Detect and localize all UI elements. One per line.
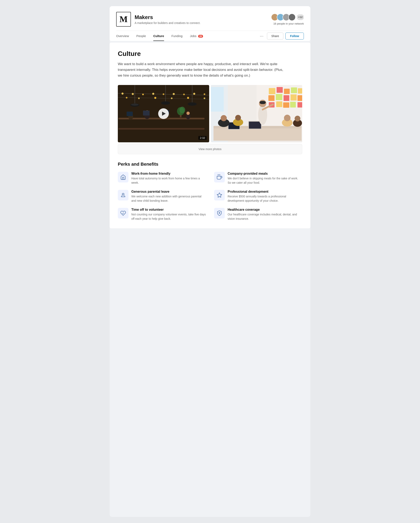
svg-rect-28 [127, 112, 133, 116]
perk-name-development: Professional development [228, 190, 302, 194]
perk-content-wfh: Work-from-home friendly Have total auton… [131, 172, 206, 185]
perk-name-volunteer: Time off to volunteer [131, 208, 206, 212]
svg-point-27 [186, 112, 190, 115]
avatars-row: +12 [271, 14, 304, 21]
perk-content-parental: Generous parental leave We welcome each … [131, 190, 206, 203]
tab-funding[interactable]: Funding [168, 31, 186, 41]
perk-desc-development: Receive $500 annually towards a professi… [228, 194, 302, 203]
svg-point-77 [295, 116, 300, 122]
perk-icon-parental [118, 190, 128, 200]
svg-rect-49 [298, 88, 302, 94]
perks-section: Perks and Benefits Work-from-home friend… [118, 162, 302, 221]
tab-people[interactable]: People [133, 31, 150, 41]
svg-point-4 [142, 94, 144, 95]
svg-point-82 [122, 194, 123, 194]
perk-name-wfh: Work-from-home friendly [131, 172, 206, 175]
page-container: M Makers A marketplace for builders and … [110, 6, 310, 517]
svg-point-35 [161, 101, 170, 105]
svg-point-73 [235, 115, 241, 121]
perk-name-meals: Company-provided meals [228, 172, 302, 175]
perk-desc-parental: We welcome each new addition with genero… [131, 194, 206, 203]
volunteer-icon [120, 210, 126, 216]
logo-letter: M [119, 15, 128, 24]
svg-point-33 [131, 104, 139, 106]
svg-point-75 [284, 115, 290, 121]
view-more-photos-button[interactable]: View more photos [118, 144, 302, 154]
svg-rect-57 [283, 102, 289, 108]
nav-bar: Overview People Culture Funding Jobs 28 … [116, 31, 304, 41]
svg-point-9 [193, 93, 195, 95]
svg-rect-59 [297, 102, 302, 107]
nav-tabs: Overview People Culture Funding Jobs 28 [116, 31, 258, 41]
svg-rect-53 [290, 94, 297, 100]
play-button[interactable] [158, 108, 169, 119]
perk-icon-development [214, 190, 225, 200]
video-duration: 2:32 [198, 136, 207, 140]
perk-icon-healthcare [214, 208, 225, 219]
brand-info: M Makers A marketplace for builders and … [116, 12, 200, 27]
perk-icon-meals [214, 172, 225, 182]
svg-point-2 [122, 93, 124, 95]
office-video[interactable]: 2:32 [118, 85, 209, 142]
culture-description: We want to build a work environment wher… [118, 61, 286, 78]
svg-rect-51 [276, 94, 282, 100]
svg-point-17 [204, 98, 205, 99]
perk-item-wfh: Work-from-home friendly Have total auton… [118, 172, 206, 185]
perk-name-parental: Generous parental leave [131, 190, 206, 194]
perk-icon-wfh [118, 172, 128, 182]
baby-icon [120, 192, 126, 198]
share-button[interactable]: Share [267, 33, 283, 40]
perk-desc-healthcare: Our healthcare coverage includes medical… [228, 212, 302, 221]
svg-point-14 [154, 97, 156, 99]
svg-rect-29 [143, 111, 149, 115]
perk-desc-wfh: Have total autonomy to work from home a … [131, 176, 206, 185]
nav-actions: ⋯ Share Follow [258, 33, 304, 40]
svg-point-37 [188, 102, 197, 106]
company-name: Makers [135, 14, 200, 20]
company-logo: M [116, 12, 131, 27]
svg-rect-68 [260, 101, 266, 104]
svg-point-10 [204, 93, 205, 95]
svg-point-15 [171, 98, 173, 99]
shield-icon [217, 210, 222, 216]
perk-item-parental: Generous parental leave We welcome each … [118, 190, 206, 203]
svg-rect-52 [284, 95, 289, 101]
svg-rect-19 [118, 128, 205, 130]
svg-rect-43 [211, 87, 224, 112]
svg-rect-48 [291, 87, 297, 93]
perks-title: Perks and Benefits [118, 162, 302, 167]
svg-point-16 [187, 97, 189, 99]
tab-jobs[interactable]: Jobs 28 [186, 31, 207, 41]
svg-rect-54 [297, 95, 302, 101]
brand-text: Makers A marketplace for builders and cr… [135, 14, 200, 25]
perk-name-healthcare: Healthcare coverage [228, 208, 302, 212]
perk-content-volunteer: Time off to volunteer Not counting our c… [131, 208, 206, 221]
svg-rect-65 [249, 122, 261, 129]
follow-button[interactable]: Follow [285, 33, 304, 40]
perk-item-meals: Company-provided meals We don't believe … [214, 172, 302, 185]
svg-point-6 [163, 93, 164, 95]
perk-item-development: Professional development Receive $500 an… [214, 190, 302, 203]
network-description: 16 people in your network [273, 22, 304, 25]
office-scene: 2:32 [118, 85, 209, 142]
perk-icon-volunteer [118, 208, 128, 219]
tab-overview[interactable]: Overview [116, 31, 133, 41]
more-options-button[interactable]: ⋯ [258, 33, 265, 39]
house-icon [120, 174, 126, 180]
perk-content-healthcare: Healthcare coverage Our healthcare cover… [228, 208, 302, 221]
meeting-svg [211, 85, 302, 142]
svg-rect-45 [269, 88, 275, 94]
tab-culture[interactable]: Culture [149, 31, 168, 41]
svg-point-7 [173, 93, 175, 95]
svg-point-13 [138, 98, 140, 99]
svg-point-40 [180, 107, 185, 113]
perk-content-meals: Company-provided meals We don't believe … [228, 172, 302, 185]
svg-rect-56 [276, 101, 282, 107]
chart-icon [217, 192, 222, 198]
svg-rect-46 [277, 87, 283, 93]
content-card: Culture We want to build a work environm… [110, 43, 310, 228]
svg-rect-50 [268, 95, 274, 101]
food-icon [217, 174, 222, 180]
svg-rect-47 [284, 89, 290, 94]
header-card: M Makers A marketplace for builders and … [110, 6, 310, 41]
